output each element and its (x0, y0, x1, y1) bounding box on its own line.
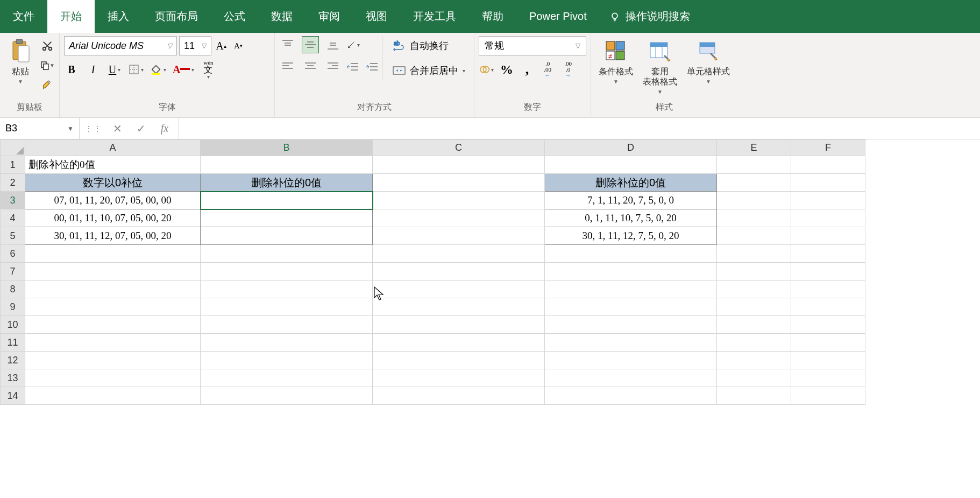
font-size-combo[interactable]: 11 ▽ (179, 36, 211, 55)
cut-button[interactable] (40, 38, 55, 53)
cell-D1[interactable] (545, 156, 717, 174)
row-header-7[interactable]: 7 (1, 263, 25, 280)
increase-font-button[interactable]: A▴ (214, 38, 229, 53)
cell-A10[interactable] (25, 316, 201, 334)
cell-styles-button[interactable]: 单元格样式 ▼ (684, 36, 733, 87)
cell-C2[interactable] (373, 174, 545, 192)
tab-developer[interactable]: 开发工具 (400, 0, 469, 33)
col-header-A[interactable]: A (25, 140, 201, 156)
row-header-14[interactable]: 14 (1, 387, 25, 405)
cell-A7[interactable] (25, 263, 201, 280)
cell-F5[interactable] (791, 227, 865, 245)
insert-function-button[interactable]: fx (155, 119, 174, 138)
number-format-combo[interactable]: 常规 ▽ (479, 36, 586, 55)
formula-input[interactable] (179, 118, 980, 139)
cell-F9[interactable] (791, 298, 865, 316)
tab-help[interactable]: 帮助 (469, 0, 516, 33)
cell-B2[interactable]: 删除补位的0值 (201, 174, 373, 192)
align-left-button[interactable] (279, 58, 296, 75)
col-header-F[interactable]: F (791, 140, 865, 156)
cell-E8[interactable] (717, 280, 791, 298)
cell-D4[interactable]: 0, 1, 11, 10, 7, 5, 0, 20 (545, 209, 717, 227)
font-name-combo[interactable]: Arial Unicode MS ▽ (64, 36, 177, 55)
cell-A5[interactable]: 30, 01, 11, 12, 07, 05, 00, 20 (25, 227, 201, 245)
format-as-table-button[interactable]: 套用 表格格式 ▼ (640, 36, 680, 97)
cell-C8[interactable] (373, 280, 545, 298)
tab-formulas[interactable]: 公式 (211, 0, 258, 33)
enter-formula-button[interactable]: ✓ (131, 119, 151, 138)
tell-me-search[interactable]: 操作说明搜索 (600, 0, 700, 33)
cell-D7[interactable] (545, 263, 717, 280)
align-bottom-button[interactable] (324, 36, 342, 53)
col-header-B[interactable]: B (201, 140, 373, 156)
cell-C7[interactable] (373, 263, 545, 280)
row-header-12[interactable]: 12 (1, 352, 25, 369)
decrease-font-button[interactable]: A▾ (231, 38, 246, 53)
cell-E11[interactable] (717, 334, 791, 352)
orientation-button[interactable]: ▾ (345, 37, 360, 52)
percent-button[interactable]: % (499, 62, 514, 77)
align-center-button[interactable] (302, 58, 319, 75)
cell-C13[interactable] (373, 369, 545, 387)
italic-button[interactable]: I (86, 62, 101, 77)
cell-F1[interactable] (791, 156, 865, 174)
cell-C14[interactable] (373, 387, 545, 405)
phonetic-button[interactable]: wén文▾ (201, 62, 216, 77)
cell-F10[interactable] (791, 316, 865, 334)
cell-F13[interactable] (791, 369, 865, 387)
select-all-corner[interactable] (1, 140, 25, 156)
decrease-indent-button[interactable] (345, 60, 360, 75)
cell-B13[interactable] (201, 369, 373, 387)
paste-button[interactable]: 粘贴 ▼ (4, 36, 37, 87)
tab-insert[interactable]: 插入 (95, 0, 142, 33)
cell-F2[interactable] (791, 174, 865, 192)
cell-A1[interactable]: 删除补位的0值 (25, 156, 201, 174)
cell-A11[interactable] (25, 334, 201, 352)
cell-D11[interactable] (545, 334, 717, 352)
cell-D9[interactable] (545, 298, 717, 316)
cell-C9[interactable] (373, 298, 545, 316)
cell-E13[interactable] (717, 369, 791, 387)
cell-E4[interactable] (717, 209, 791, 227)
row-header-6[interactable]: 6 (1, 245, 25, 263)
cell-E2[interactable] (717, 174, 791, 192)
tab-data[interactable]: 数据 (258, 0, 306, 33)
font-color-button[interactable]: A▾ (173, 62, 194, 77)
cell-D14[interactable] (545, 387, 717, 405)
cell-B11[interactable] (201, 334, 373, 352)
cell-B8[interactable] (201, 280, 373, 298)
cell-D6[interactable] (545, 245, 717, 263)
borders-button[interactable]: ▾ (129, 62, 144, 77)
cell-C10[interactable] (373, 316, 545, 334)
cell-E14[interactable] (717, 387, 791, 405)
cell-B5[interactable] (201, 227, 373, 245)
row-header-4[interactable]: 4 (1, 209, 25, 227)
cell-C11[interactable] (373, 334, 545, 352)
cell-D5[interactable]: 30, 1, 11, 12, 7, 5, 0, 20 (545, 227, 717, 245)
cell-C5[interactable] (373, 227, 545, 245)
cell-F6[interactable] (791, 245, 865, 263)
cell-A6[interactable] (25, 245, 201, 263)
cell-A4[interactable]: 00, 01, 11, 10, 07, 05, 00, 20 (25, 209, 201, 227)
cell-E10[interactable] (717, 316, 791, 334)
tab-page-layout[interactable]: 页面布局 (142, 0, 211, 33)
wrap-text-button[interactable]: ab 自动换行 (388, 36, 470, 55)
cell-A9[interactable] (25, 298, 201, 316)
cell-B4[interactable] (201, 209, 373, 227)
cell-C6[interactable] (373, 245, 545, 263)
cell-D8[interactable] (545, 280, 717, 298)
increase-indent-button[interactable] (364, 60, 379, 75)
cell-C12[interactable] (373, 352, 545, 369)
row-header-8[interactable]: 8 (1, 280, 25, 298)
decrease-decimal-button[interactable]: .00.0→ (560, 62, 576, 77)
cell-B6[interactable] (201, 245, 373, 263)
underline-button[interactable]: U▾ (107, 62, 122, 77)
col-header-E[interactable]: E (717, 140, 791, 156)
cell-D10[interactable] (545, 316, 717, 334)
cell-A13[interactable] (25, 369, 201, 387)
tab-powerpivot[interactable]: Power Pivot (516, 0, 600, 33)
spreadsheet-grid[interactable]: ABCDEF1删除补位的0值2数字以0补位删除补位的0值删除补位的0值307, … (0, 139, 980, 498)
cell-E9[interactable] (717, 298, 791, 316)
cell-E12[interactable] (717, 352, 791, 369)
cell-C4[interactable] (373, 209, 545, 227)
